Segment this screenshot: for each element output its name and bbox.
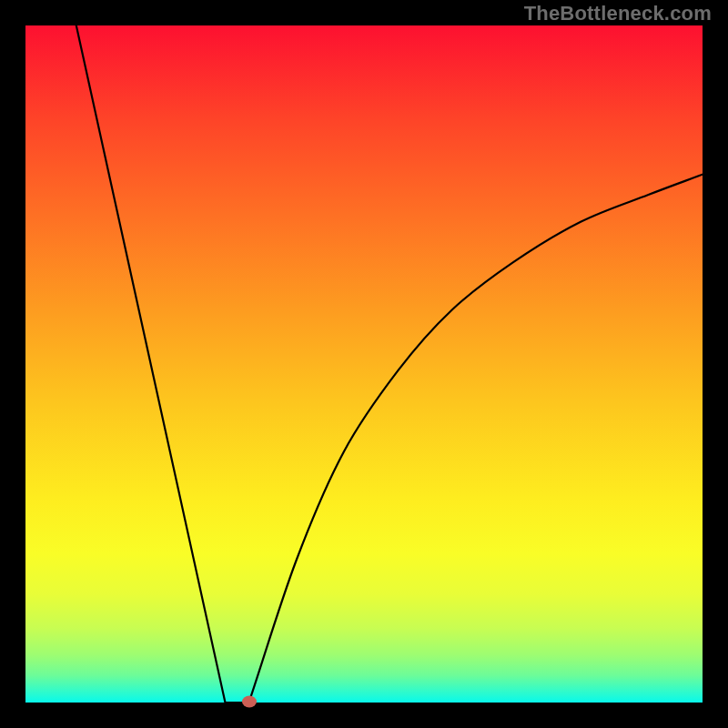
optimum-marker	[242, 695, 257, 707]
curve-layer	[25, 25, 703, 703]
watermark-text: TheBottleneck.com	[524, 2, 712, 25]
chart-frame: TheBottleneck.com	[0, 0, 728, 728]
plot-area	[25, 25, 703, 703]
bottleneck-curve	[76, 25, 703, 703]
